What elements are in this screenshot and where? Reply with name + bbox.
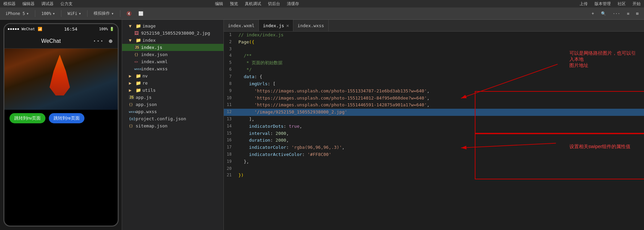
menu-upload[interactable]: 上传 <box>580 1 588 7</box>
wxss-app-icon: wxss <box>129 110 134 113</box>
line-code-3 <box>236 46 644 52</box>
file-sitemap-label: sitemap.json <box>136 123 168 128</box>
device-label: iPhone 5 <box>5 11 25 16</box>
list-icon[interactable]: ≡ <box>625 11 631 17</box>
network-selector[interactable]: WiFi ▾ <box>65 11 83 17</box>
file-projectconfig-label: project.config.json <box>136 116 186 121</box>
file-appjson-label: app.json <box>136 102 157 107</box>
folder-re[interactable]: ▶ 📁 re <box>122 79 223 87</box>
nav-nv-button[interactable]: 跳转到nv页面 <box>9 113 46 123</box>
json-file-icon: {} <box>134 53 140 56</box>
json-app-icon: {} <box>129 103 134 106</box>
file-index-wxml[interactable]: <> index.wxml <box>122 58 223 65</box>
folder-icon-2: 📁 <box>136 38 141 43</box>
menu-preview[interactable]: 预览 <box>230 1 238 7</box>
menu-version[interactable]: 版本管理 <box>594 1 611 7</box>
folder-icon: 📁 <box>136 23 141 29</box>
file-indexjs-label: index.js <box>141 45 162 50</box>
add-button[interactable]: + <box>590 11 596 17</box>
code-line-5: 5 * 页面的初始数据 <box>224 59 644 67</box>
file-app-wxss[interactable]: wxss app.wxss <box>122 108 223 115</box>
tab-wxss-label: index.wxss <box>297 23 324 28</box>
zoom-selector[interactable]: 100% ▾ <box>39 11 57 17</box>
code-line-3: 3 <box>224 46 644 52</box>
menu-clear[interactable]: 清缓存 <box>287 1 299 7</box>
wechat-topbar: WeChat ··· ⊕ <box>4 34 118 49</box>
mode-selector[interactable]: 模拟操作 ▾ <box>92 10 116 17</box>
folder-collapsed-icon-3: ▶ <box>129 88 134 93</box>
menu-real-debug[interactable]: 真机调试 <box>245 1 261 7</box>
search-button[interactable]: 🔍 <box>599 11 608 17</box>
tab-close-icon[interactable]: ✕ <box>286 23 289 28</box>
wechat-title: WeChat <box>9 38 93 44</box>
line-code-2: Page({ <box>236 39 644 46</box>
menu-edit[interactable]: 编辑 <box>215 1 223 7</box>
menu-force[interactable]: 公力支 <box>60 1 73 7</box>
code-line-11: 11 'https://images.unsplash.com/photo-15… <box>224 102 644 109</box>
folder-image[interactable]: ▼ 📁 image <box>122 22 223 30</box>
nav-re-button[interactable]: 跳转到re页面 <box>49 113 84 123</box>
phone-buttons-area[interactable]: 跳转到nv页面 跳转到re页面 <box>4 110 118 127</box>
menu-debugger[interactable]: 调试器 <box>41 1 54 7</box>
folder-icon-utils: 📁 <box>136 88 141 93</box>
tab-index-js[interactable]: index.js ✕ <box>259 20 293 31</box>
menu-editor[interactable]: 编辑器 <box>22 1 35 7</box>
code-line-12: 12 '/image/9252150_150552938000_2.jpg' <box>224 109 644 116</box>
folder-utils[interactable]: ▶ 📁 utils <box>122 87 223 94</box>
line-code-9: 'https://images.unsplash.com/photo-15513… <box>236 88 644 95</box>
more-button[interactable]: ··· <box>611 11 622 17</box>
file-index-json[interactable]: {} index.json <box>122 51 223 58</box>
file-index-js[interactable]: JS index.js <box>122 44 223 51</box>
folder-nv[interactable]: ▶ 📁 nv <box>122 72 223 79</box>
line-number-20: 20 <box>224 165 236 172</box>
file-index-wxss[interactable]: wxss index.wxss <box>122 65 223 72</box>
line-code-1: // index/index.js <box>236 32 644 39</box>
file-sitemap[interactable]: {} sitemap.json <box>122 122 223 129</box>
tab-bar: index.wxml index.js ✕ index.wxss <box>224 20 644 32</box>
fullscreen-icon[interactable]: ⬜ <box>136 11 145 17</box>
code-content[interactable]: 1// index/index.js2Page({34 /**5 * 页面的初始… <box>224 32 644 230</box>
file-app-js[interactable]: JS app.js <box>122 94 223 101</box>
menu-community[interactable]: 社区 <box>618 1 626 7</box>
folder-icon-re: 📁 <box>136 81 141 86</box>
line-code-11: 'https://images.unsplash.com/photo-15514… <box>236 102 644 109</box>
menu-back[interactable]: 切后台 <box>268 1 280 7</box>
signal-strength <box>8 28 19 30</box>
code-line-17: 17 indicatorColor: 'rgba(96,96,96,.3)', <box>224 144 644 151</box>
code-line-15: 15 interval: 2000, <box>224 130 644 137</box>
code-line-18: 18 indicatorActiveColor: '#FF8C00' <box>224 151 644 158</box>
add-circle-icon[interactable]: ⊕ <box>109 37 113 45</box>
phone-status-right: 100% 🔋 <box>99 27 114 31</box>
file-app-json[interactable]: {} app.json <box>122 101 223 108</box>
folder-nv-label: nv <box>142 73 148 78</box>
separator-2 <box>61 10 61 17</box>
phone-panel: WeChat 📶 16:54 100% 🔋 WeChat ··· ⊕ <box>0 20 122 230</box>
tab-index-wxss[interactable]: index.wxss <box>293 20 328 31</box>
device-selector[interactable]: iPhone 5 ▾ <box>3 11 31 17</box>
folder-collapsed-icon-2: ▶ <box>129 81 134 86</box>
file-indexwxss-label: index.wxss <box>141 66 168 71</box>
menu-simulator[interactable]: 模拟器 <box>3 1 16 7</box>
more-options-icon[interactable]: ··· <box>93 37 104 45</box>
file-appjs-label: app.js <box>136 95 152 100</box>
zoom-label: 100% <box>41 11 51 16</box>
line-number-21: 21 <box>224 172 236 179</box>
battery-icon: 🔋 <box>110 27 114 31</box>
config-icon: {◎} <box>129 117 134 121</box>
line-number-7: 7 <box>224 73 236 81</box>
file-project-config[interactable]: {◎} project.config.json <box>122 115 223 122</box>
line-number-1: 1 <box>224 32 236 39</box>
folder-index[interactable]: ▼ 📁 index <box>122 37 223 44</box>
line-number-11: 11 <box>224 102 236 109</box>
menu-open[interactable]: 开始 <box>632 1 641 7</box>
separator-4 <box>120 10 120 17</box>
file-jpg[interactable]: 🖼 9252150_150552938000_2.jpg <box>122 30 223 37</box>
line-code-12: '/image/9252150_150552938000_2.jpg' <box>236 109 644 116</box>
line-code-6: */ <box>236 66 644 73</box>
file-jpg-label: 9252150_150552938000_2.jpg <box>141 31 210 36</box>
code-line-8: 8 imgUrls: [ <box>224 81 644 88</box>
layout-icon[interactable]: ⊞ <box>634 11 641 17</box>
sound-icon[interactable]: 🔇 <box>124 11 134 17</box>
tab-index-wxml[interactable]: index.wxml <box>224 20 259 31</box>
line-code-5: * 页面的初始数据 <box>236 59 644 67</box>
